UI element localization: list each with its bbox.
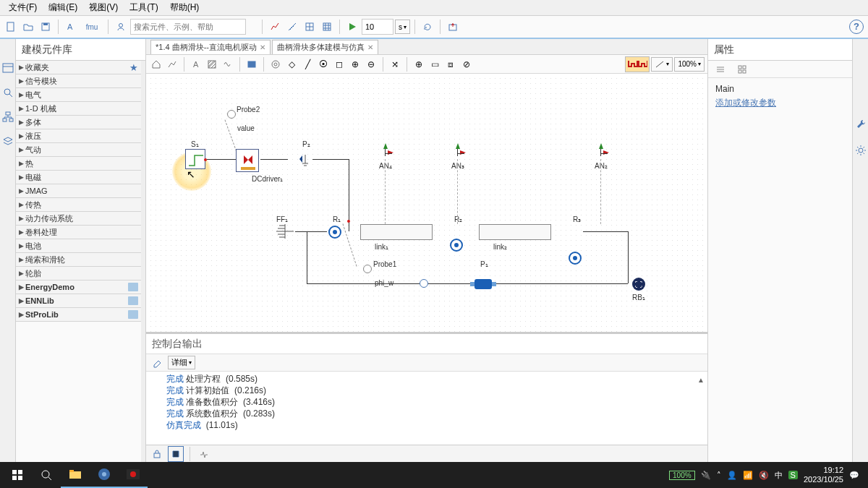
target-icon[interactable] [268,57,283,72]
tray-notification-icon[interactable]: 💬 [849,471,859,480]
component-revolute-2[interactable] [450,239,463,252]
add-port-icon[interactable]: ⊕ [348,57,362,72]
library-item[interactable]: ▶多体 [16,116,141,129]
close-icon[interactable]: ✕ [260,43,265,51]
export-icon[interactable] [445,19,461,35]
notes-icon[interactable] [168,446,184,462]
prop-list-icon[interactable] [712,61,728,77]
component-fixed-frame[interactable] [275,223,295,240]
library-item[interactable]: ▶轮胎 [16,267,141,281]
library-item[interactable]: ▶EnergyDemo [16,281,141,294]
canvas-scroll[interactable]: ↖ S₁ Probe2 value [146,74,707,332]
hatch-icon[interactable] [205,57,219,72]
menu-help[interactable]: 帮助(H) [166,0,204,15]
menu-file[interactable]: 文件(F) [4,0,41,15]
leftstrip-tree-icon[interactable] [2,62,14,74]
taskbar-search-icon[interactable] [32,462,61,488]
library-item[interactable]: ▶JMAG [16,184,141,198]
wave-icon[interactable] [221,57,235,72]
save-icon[interactable] [38,19,54,35]
probe-icon[interactable]: ⦿ [316,57,331,72]
tray-up-icon[interactable]: ˄ [717,471,721,480]
help-icon[interactable]: ? [849,20,864,34]
library-item[interactable]: ▶卷料处理 [16,226,141,239]
vertices-icon[interactable]: ◇ [284,57,299,72]
zoom-plus-icon[interactable]: ⊕ [412,57,426,72]
model-canvas[interactable]: ↖ S₁ Probe2 value [146,74,707,332]
search-input[interactable] [130,19,246,35]
node-midpoint[interactable] [420,279,428,288]
menu-edit[interactable]: 编辑(E) [44,0,82,15]
tab-model-2[interactable]: 曲柄滑块多体建模与仿真✕ [272,40,378,54]
scroll-up-icon[interactable]: ▲ [697,374,705,386]
library-item[interactable]: ▶液压 [16,129,141,143]
library-item[interactable]: ▶电池 [16,239,141,253]
lock-icon[interactable] [149,446,165,462]
library-item[interactable]: ▶1-D 机械 [16,102,141,116]
del-port-icon[interactable]: ⊖ [364,57,378,72]
tray-people-icon[interactable]: 👤 [727,471,737,480]
battery-indicator[interactable]: 100% [669,471,695,480]
library-item[interactable]: ▶绳索和滑轮 [16,253,141,267]
wire-mode-select[interactable]: ▾ [651,57,673,72]
taskbar-recorder-icon[interactable] [119,462,148,488]
prop-grid-icon[interactable] [734,61,750,77]
component-p2[interactable] [288,155,312,168]
sim-time-input[interactable] [362,19,393,35]
tab-model-1[interactable]: *1.4 曲柄滑块--直流电机驱动✕ [150,40,271,54]
taskbar-app-icon[interactable] [90,462,119,488]
leftstrip-search-icon[interactable] [2,87,14,98]
menu-tools[interactable]: 工具(T) [125,0,162,15]
tray-s-icon[interactable]: S [788,471,798,479]
poly-icon[interactable] [165,57,179,72]
library-item[interactable]: ▶信号模块 [16,74,141,88]
tray-ime[interactable]: 中 [775,470,783,481]
library-item[interactable]: ▶气动 [16,143,141,157]
close-icon[interactable]: ✕ [367,43,373,51]
component-p1-motor[interactable] [469,276,498,292]
plot-line-icon[interactable] [267,19,283,35]
component-link1[interactable] [360,224,433,240]
component-probe2[interactable] [227,110,236,119]
menu-view[interactable]: 视图(V) [85,0,122,15]
console-output[interactable]: ▲ 完成 处理方程 (0.585s)完成 计算初始值 (0.216s)完成 准备… [146,372,707,445]
tray-clock[interactable]: 19:122023/10/25 [804,466,843,484]
tray-wifi-icon[interactable]: 📶 [743,471,753,480]
fit-icon[interactable]: ▭ [427,57,442,72]
library-item[interactable]: ▶StProLib [16,308,141,322]
shuffle-icon[interactable]: ⤨ [388,57,402,72]
component-revolute-1[interactable] [328,226,341,239]
new-icon[interactable] [3,19,19,35]
console-detail-select[interactable]: 详细▾ [168,356,195,369]
add-param-link[interactable]: 添加或修改参数 [715,97,845,109]
library-item[interactable]: ▶ENNLib [16,294,141,308]
plot-ruler-icon[interactable] [284,19,300,35]
taskbar-explorer-icon[interactable] [61,462,90,488]
edges-icon[interactable]: ╱ [300,57,315,72]
component-probe1[interactable] [363,265,372,273]
start-button[interactable] [3,462,32,488]
component-rigid-body[interactable]: ⛶ [632,278,645,291]
rightstrip-wrench-icon[interactable] [855,119,867,130]
library-item[interactable]: ▶热 [16,157,141,171]
refresh-icon[interactable] [420,19,435,35]
table-icon[interactable] [319,19,335,35]
user-icon[interactable] [113,19,129,35]
pulse-icon[interactable] [196,446,212,462]
open-icon[interactable] [20,19,36,35]
zoom-select[interactable]: 100%▾ [674,57,705,72]
component-dcdriver[interactable] [236,149,259,172]
library-item[interactable]: ▶收藏夹★ [16,61,141,74]
rightstrip-gear-icon[interactable] [855,145,867,156]
library-item[interactable]: ▶传热 [16,198,141,212]
component-step-source[interactable] [185,149,205,169]
run-icon[interactable] [344,19,360,35]
fmu-button[interactable]: fmu [80,19,103,35]
grid-icon[interactable] [302,19,318,35]
eraser-icon[interactable] [149,355,165,371]
library-item[interactable]: ▶动力传动系统 [16,212,141,226]
label-icon[interactable]: ◻ [332,57,346,72]
disable-icon[interactable]: ⊘ [459,57,474,72]
home-icon[interactable] [149,57,163,72]
sim-unit-select[interactable]: s▾ [395,20,410,34]
